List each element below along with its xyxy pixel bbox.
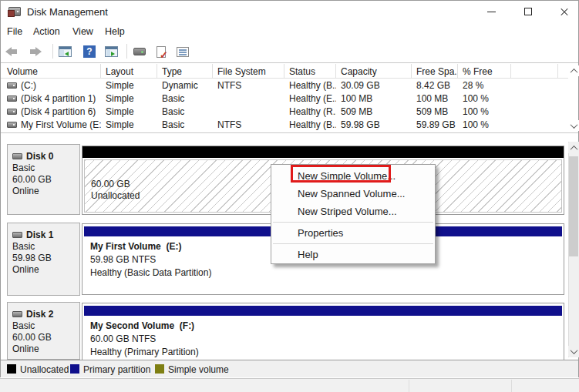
disk2-volume-health: Healthy (Primary Partition) xyxy=(84,344,562,357)
cell-pct-free: 28 % xyxy=(458,79,511,92)
column-header-status[interactable]: Status xyxy=(284,64,336,78)
cell-type: Basic xyxy=(157,106,213,119)
disk2-kind: Basic xyxy=(8,321,79,331)
toolbar-separator xyxy=(52,44,53,59)
column-header-pct-free[interactable]: % Free xyxy=(458,64,511,78)
menu-item-properties[interactable]: Properties xyxy=(271,224,435,242)
disk0-label-panel[interactable]: Disk 0 Basic 60.00 GB Online xyxy=(7,144,80,215)
cell-capacity: 100 MB xyxy=(336,92,412,106)
menu-help[interactable]: Help xyxy=(105,26,125,37)
cell-file-system: NTFS xyxy=(213,119,284,132)
column-header-volume[interactable]: Volume xyxy=(1,64,101,78)
annotation-highlight xyxy=(291,165,391,183)
disk-management-app-icon xyxy=(8,7,21,16)
cell-status: Healthy (R... xyxy=(284,106,336,119)
disk2-label-panel[interactable]: Disk 2 Basic 60.00 GB Online xyxy=(7,302,80,360)
help-icon[interactable]: ? xyxy=(82,45,96,59)
cell-file-system: NTFS xyxy=(213,79,284,92)
cell-type: Basic xyxy=(157,92,213,106)
cell-status: Healthy (B... xyxy=(284,119,336,132)
cell-status: Healthy (E... xyxy=(284,92,336,106)
cell-volume: (Disk 4 partition 1) xyxy=(21,93,96,104)
disk0-region-type: Unallocated xyxy=(91,190,140,202)
check-disk-icon[interactable]: ✓ xyxy=(154,45,168,59)
show-action-pane-icon[interactable] xyxy=(104,45,118,59)
unallocated-swatch xyxy=(7,364,16,374)
disk0-kind: Basic xyxy=(8,163,79,173)
window-title: Disk Management xyxy=(27,6,108,18)
disk2-state: Online xyxy=(8,344,79,354)
menu-view[interactable]: View xyxy=(72,26,93,37)
title-bar: Disk Management xyxy=(1,1,578,22)
disk1-label-panel[interactable]: Disk 1 Basic 59.98 GB Online xyxy=(7,223,80,296)
cell-free-space: 59.89 GB xyxy=(412,119,458,132)
cell-volume: My First Volume (E:) xyxy=(21,119,101,130)
column-header-fill xyxy=(558,64,568,78)
legend-label: Simple volume xyxy=(168,364,229,375)
volume-icon xyxy=(7,95,17,102)
disk2-name: Disk 2 xyxy=(26,309,53,320)
column-header-layout[interactable]: Layout xyxy=(101,64,157,78)
primary-partition-strip xyxy=(84,306,562,316)
divider xyxy=(511,380,512,392)
table-row[interactable]: (C:) Simple Dynamic NTFS Healthy (B... 3… xyxy=(1,79,568,92)
simple-volume-swatch xyxy=(155,364,164,374)
disk0-region-size: 60.00 GB xyxy=(91,179,140,190)
close-icon xyxy=(560,7,569,16)
scroll-up-icon[interactable] xyxy=(568,142,579,153)
legend-label: Unallocated xyxy=(20,364,69,375)
table-row[interactable]: (Disk 4 partition 1) Simple Basic Health… xyxy=(1,92,568,106)
cell-capacity: 59.98 GB xyxy=(336,119,412,132)
column-header-file-system[interactable]: File System xyxy=(213,64,284,78)
disk2-volume-area[interactable]: My Second Volume (F:) 60.00 GB NTFS Heal… xyxy=(84,317,562,358)
cell-status: Healthy (B... xyxy=(284,79,336,92)
volume-icon xyxy=(7,82,17,89)
cell-volume: (Disk 4 partition 6) xyxy=(21,106,96,117)
cell-volume: (C:) xyxy=(21,80,36,91)
column-header-spacer xyxy=(511,64,558,78)
table-row[interactable]: (Disk 4 partition 6) Simple Basic Health… xyxy=(1,106,568,119)
column-header-capacity[interactable]: Capacity xyxy=(336,64,412,78)
cell-free-space: 8.42 GB xyxy=(412,79,458,92)
disk2-size: 60.00 GB xyxy=(8,333,79,343)
column-header-type[interactable]: Type xyxy=(157,64,213,78)
cell-free-space: 100 MB xyxy=(412,92,458,106)
scroll-down-icon[interactable] xyxy=(568,346,579,357)
cell-capacity: 30.09 GB xyxy=(336,79,412,92)
disk1-kind: Basic xyxy=(8,242,79,252)
disk1-name: Disk 1 xyxy=(26,230,53,240)
cell-pct-free: 100 % xyxy=(458,119,511,132)
legend-bar: Unallocated Primary partition Simple vol… xyxy=(1,360,578,377)
disk1-volume-health: Healthy (Basic Data Partition) xyxy=(84,265,562,278)
scroll-down-icon[interactable] xyxy=(568,120,579,131)
properties-icon[interactable] xyxy=(176,45,190,59)
maximize-button[interactable] xyxy=(515,1,541,22)
scroll-up-icon[interactable] xyxy=(568,65,579,76)
menu-item-help[interactable]: Help xyxy=(271,246,435,263)
divider xyxy=(409,380,409,392)
table-row[interactable]: My First Volume (E:) Simple Basic NTFS H… xyxy=(1,119,568,132)
menu-action[interactable]: Action xyxy=(33,26,60,37)
disk-icon xyxy=(12,232,22,238)
show-console-tree-icon[interactable] xyxy=(58,45,72,59)
volume-icon xyxy=(7,109,17,115)
disk2-region-volume[interactable]: My Second Volume (F:) 60.00 GB NTFS Heal… xyxy=(82,303,564,360)
menu-item-new-spanned-volume[interactable]: New Spanned Volume... xyxy=(271,185,435,203)
disk-icon xyxy=(12,311,22,317)
close-button[interactable] xyxy=(551,1,577,22)
cell-pct-free: 100 % xyxy=(458,106,511,119)
rescan-disks-icon[interactable] xyxy=(133,45,146,59)
back-icon[interactable] xyxy=(4,45,18,59)
cell-type: Basic xyxy=(157,119,213,132)
minimize-button[interactable] xyxy=(478,1,504,22)
menu-item-new-striped-volume[interactable]: New Striped Volume... xyxy=(271,203,435,220)
forward-icon[interactable] xyxy=(29,45,42,59)
menu-file[interactable]: File xyxy=(7,26,22,37)
menu-bar: File Action View Help xyxy=(1,22,578,41)
scrollbar-thumb[interactable] xyxy=(569,156,578,256)
disk0-state: Online xyxy=(8,186,79,196)
column-header-free-space[interactable]: Free Spa... xyxy=(412,64,458,78)
disk0-name: Disk 0 xyxy=(26,151,53,162)
volume-icon xyxy=(7,122,17,128)
disk2-volume-name: My Second Volume (F:) xyxy=(84,317,562,331)
